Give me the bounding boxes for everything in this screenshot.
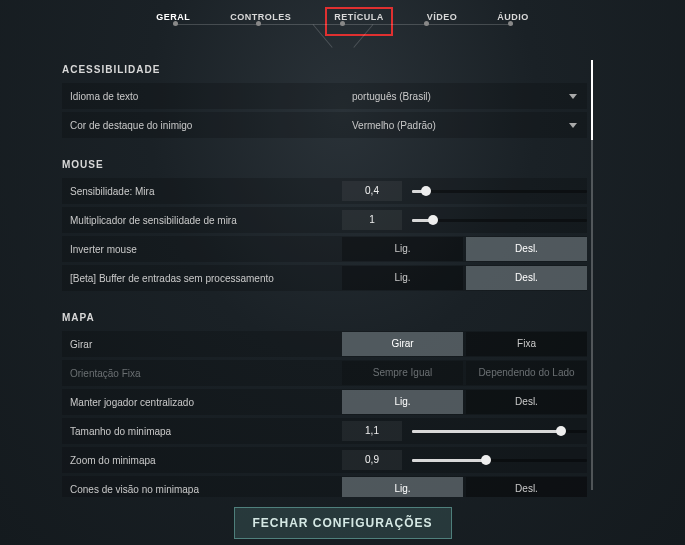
cones-off[interactable]: Desl. [466,477,587,497]
centrado-off[interactable]: Desl. [466,390,587,414]
scrollbar-thumb[interactable] [591,60,593,140]
idioma-value: português (Brasil) [352,91,431,102]
cor-label: Cor de destaque do inimigo [62,120,342,131]
section-mouse: MOUSE [62,159,587,170]
section-acessibilidade: ACESSIBILIDADE [62,64,587,75]
buffer-off[interactable]: Desl. [466,266,587,290]
tamanho-slider[interactable] [412,430,587,433]
mult-label: Multiplicador de sensibilidade de mira [62,215,342,226]
orient-opt-a: Sempre Igual [342,361,463,385]
mult-value[interactable]: 1 [342,210,402,230]
cones-on[interactable]: Lig. [342,477,463,497]
cor-dropdown[interactable]: Vermelho (Padrão) [342,112,587,138]
idioma-dropdown[interactable]: português (Brasil) [342,83,587,109]
idioma-label: Idioma de texto [62,91,342,102]
centrado-label: Manter jogador centralizado [62,397,342,408]
tamanho-label: Tamanho do minimapa [62,426,342,437]
centrado-on[interactable]: Lig. [342,390,463,414]
invert-on[interactable]: Lig. [342,237,463,261]
sens-label: Sensibilidade: Mira [62,186,342,197]
sens-slider[interactable] [412,190,587,193]
mult-slider[interactable] [412,219,587,222]
girar-label: Girar [62,339,342,350]
girar-opt-fixa[interactable]: Fixa [466,332,587,356]
close-settings-button[interactable]: FECHAR CONFIGURAÇÕES [233,507,451,539]
chevron-down-icon [569,123,577,128]
zoom-label: Zoom do minimapa [62,455,342,466]
buffer-on[interactable]: Lig. [342,266,463,290]
cor-value: Vermelho (Padrão) [352,120,436,131]
girar-opt-girar[interactable]: Girar [342,332,463,356]
invert-off[interactable]: Desl. [466,237,587,261]
cones-label: Cones de visão no minimapa [62,484,342,495]
section-mapa: MAPA [62,312,587,323]
invert-label: Inverter mouse [62,244,342,255]
sens-value[interactable]: 0,4 [342,181,402,201]
scrollbar[interactable] [591,60,593,490]
orient-label: Orientação Fixa [62,368,342,379]
buffer-label: [Beta] Buffer de entradas sem processame… [62,273,342,284]
settings-content: ACESSIBILIDADE Idioma de texto português… [62,54,587,497]
chevron-down-icon [569,94,577,99]
zoom-slider[interactable] [412,459,587,462]
zoom-value[interactable]: 0,9 [342,450,402,470]
settings-tabs: GERAL CONTROLES RETÍCULA VÍDEO ÁUDIO [0,0,685,36]
orient-opt-b: Dependendo do Lado [466,361,587,385]
tamanho-value[interactable]: 1,1 [342,421,402,441]
